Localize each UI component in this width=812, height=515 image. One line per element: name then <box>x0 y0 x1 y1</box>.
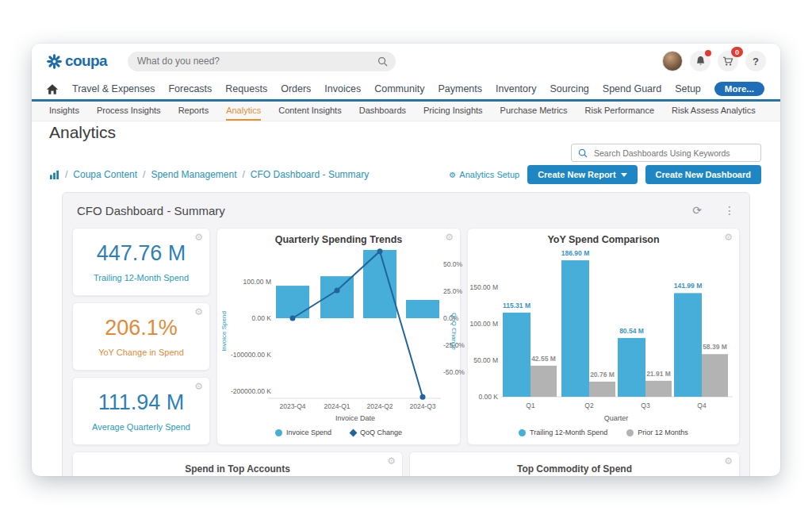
quarterly-spending-trends-chart: ⚙ Quarterly Spending Trends Invoice Spen… <box>216 228 461 445</box>
notifications-button[interactable] <box>690 51 710 71</box>
svg-text:20.76 M: 20.76 M <box>590 371 615 379</box>
legend-label: Trailing 12-Month Spend <box>530 429 607 436</box>
dashboard-search[interactable] <box>571 144 761 162</box>
svg-text:42.55 M: 42.55 M <box>531 355 556 363</box>
svg-text:Q1: Q1 <box>526 402 535 409</box>
help-button[interactable]: ? <box>745 51 766 71</box>
nav-more-button[interactable]: More... <box>714 82 764 96</box>
nav-item-payments[interactable]: Payments <box>438 83 482 94</box>
widget-gear-icon[interactable]: ⚙ <box>445 233 454 242</box>
coupa-gear-icon <box>46 53 63 70</box>
invoice-spend-bar <box>363 250 396 318</box>
subnav-pricing-insights[interactable]: Pricing Insights <box>423 102 483 121</box>
spend-in-top-accounts-panel: ⚙ Spend in Top Accounts <box>72 452 403 476</box>
user-avatar[interactable] <box>662 51 683 71</box>
legend-dot <box>626 429 634 436</box>
dashboard-panel: CFO Dashboard - Summary ⟳ ⋮ ⚙ 447.76 M T… <box>62 192 750 476</box>
legend-trailing-12-month[interactable]: Trailing 12-Month Spend <box>519 429 607 436</box>
global-search[interactable] <box>128 52 396 71</box>
nav-item-orders[interactable]: Orders <box>281 83 311 94</box>
combo-chart-canvas: 100.00 M0.00 K-100000.00 K-200000.00 K50… <box>217 247 460 413</box>
analytics-setup-link[interactable]: ⚙ Analytics Setup <box>449 170 519 179</box>
cart-badge: 0 <box>731 47 743 57</box>
legend-invoice-spend[interactable]: Invoice Spend <box>275 429 331 436</box>
nav-item-spend-guard[interactable]: Spend Guard <box>603 83 661 94</box>
svg-text:115.31 M: 115.31 M <box>503 302 530 309</box>
nav-item-requests[interactable]: Requests <box>225 83 267 94</box>
subnav-process-insights[interactable]: Process Insights <box>97 102 161 121</box>
nav-item-travel-expenses[interactable]: Travel & Expenses <box>72 83 155 94</box>
bottom-widgets-row: ⚙ Spend in Top Accounts ⚙ Top Commodity … <box>72 452 740 476</box>
breadcrumb-spend-management[interactable]: Spend Management <box>151 169 236 180</box>
chart-title: Quarterly Spending Trends <box>217 234 460 245</box>
svg-text:Q3: Q3 <box>641 402 650 409</box>
subnav-risk-performance[interactable]: Risk Performance <box>585 102 654 121</box>
kpi-column: ⚙ 447.76 M Trailing 12-Month Spend ⚙ 206… <box>72 228 210 445</box>
subnav-content-insights[interactable]: Content Insights <box>278 102 342 121</box>
subnav-insights[interactable]: Insights <box>49 102 79 121</box>
qoq-change-point <box>377 248 383 254</box>
widget-gear-icon[interactable]: ⚙ <box>724 456 733 466</box>
qoq-change-point <box>420 394 426 400</box>
legend-prior-12-months[interactable]: Prior 12 Months <box>626 429 688 436</box>
nav-item-community[interactable]: Community <box>374 83 424 94</box>
nav-item-invoices[interactable]: Invoices <box>324 83 361 94</box>
breadcrumb-separator: / <box>65 169 67 180</box>
yoy-bar <box>530 366 557 397</box>
svg-text:2024-Q1: 2024-Q1 <box>324 402 350 410</box>
widget-gear-icon[interactable]: ⚙ <box>194 307 203 317</box>
gear-icon: ⚙ <box>449 171 456 179</box>
svg-text:100.00 M: 100.00 M <box>243 278 271 286</box>
nav-item-forecasts[interactable]: Forecasts <box>168 83 212 94</box>
widget-gear-icon[interactable]: ⚙ <box>387 456 396 466</box>
svg-text:2024-Q2: 2024-Q2 <box>366 402 393 410</box>
svg-text:50.00 M: 50.00 M <box>473 356 498 364</box>
subnav-risk-assess-analytics[interactable]: Risk Assess Analytics <box>672 102 756 121</box>
global-search-input[interactable] <box>136 55 377 67</box>
widget-gear-icon[interactable]: ⚙ <box>724 233 733 242</box>
invoice-spend-bar <box>276 286 309 318</box>
dashboard-header: CFO Dashboard - Summary ⟳ ⋮ <box>72 193 740 228</box>
app-window: coupa 0 <box>32 44 780 476</box>
yoy-bar <box>589 382 615 397</box>
home-icon[interactable] <box>46 83 59 95</box>
nav-item-inventory[interactable]: Inventory <box>496 83 536 94</box>
legend-label: Invoice Spend <box>286 429 331 436</box>
svg-text:Q2: Q2 <box>584 402 594 409</box>
legend-qoq-change[interactable]: QoQ Change <box>350 429 402 436</box>
create-new-dashboard-label: Create New Dashboard <box>656 170 751 179</box>
top-commodity-of-spend-panel: ⚙ Top Commodity of Spend <box>409 452 740 476</box>
cart-icon <box>722 56 733 67</box>
yoy-bar <box>561 260 589 397</box>
widget-gear-icon[interactable]: ⚙ <box>194 382 203 391</box>
nav-item-setup[interactable]: Setup <box>675 83 701 94</box>
svg-text:58.39 M: 58.39 M <box>703 343 727 351</box>
subnav-dashboards[interactable]: Dashboards <box>359 102 406 121</box>
subnav-reports[interactable]: Reports <box>178 102 209 121</box>
dashboard-title: CFO Dashboard - Summary <box>77 204 225 217</box>
yoy-bar <box>503 313 530 397</box>
breadcrumb-coupa-content[interactable]: Coupa Content <box>73 169 137 180</box>
widget-gear-icon[interactable]: ⚙ <box>194 233 203 242</box>
notification-dot <box>705 50 711 56</box>
kpi-yoy-change: ⚙ 206.1% YoY Change in Spend <box>72 302 210 371</box>
create-new-report-button[interactable]: Create New Report <box>527 165 637 184</box>
nav-item-sourcing[interactable]: Sourcing <box>550 83 588 94</box>
breadcrumb-cfo-dashboard[interactable]: CFO Dashboard - Summary <box>251 169 369 180</box>
subnav-purchase-metrics[interactable]: Purchase Metrics <box>500 102 568 121</box>
svg-text:141.99 M: 141.99 M <box>674 282 702 290</box>
subnav-analytics[interactable]: Analytics <box>226 102 261 121</box>
invoice-spend-bar <box>406 300 439 318</box>
create-new-dashboard-button[interactable]: Create New Dashboard <box>645 165 761 184</box>
help-icon: ? <box>753 56 759 67</box>
widgets-row: ⚙ 447.76 M Trailing 12-Month Spend ⚙ 206… <box>72 228 740 445</box>
create-new-report-label: Create New Report <box>538 170 615 179</box>
dashboard-search-input[interactable] <box>592 148 754 159</box>
coupa-logo[interactable]: coupa <box>46 52 107 70</box>
svg-text:21.91 M: 21.91 M <box>646 370 671 378</box>
cart-button[interactable]: 0 <box>718 51 738 71</box>
search-icon <box>377 56 388 67</box>
refresh-icon[interactable]: ⟳ <box>692 204 702 217</box>
svg-text:150.00 M: 150.00 M <box>470 283 498 291</box>
kebab-menu-icon[interactable]: ⋮ <box>724 204 735 217</box>
